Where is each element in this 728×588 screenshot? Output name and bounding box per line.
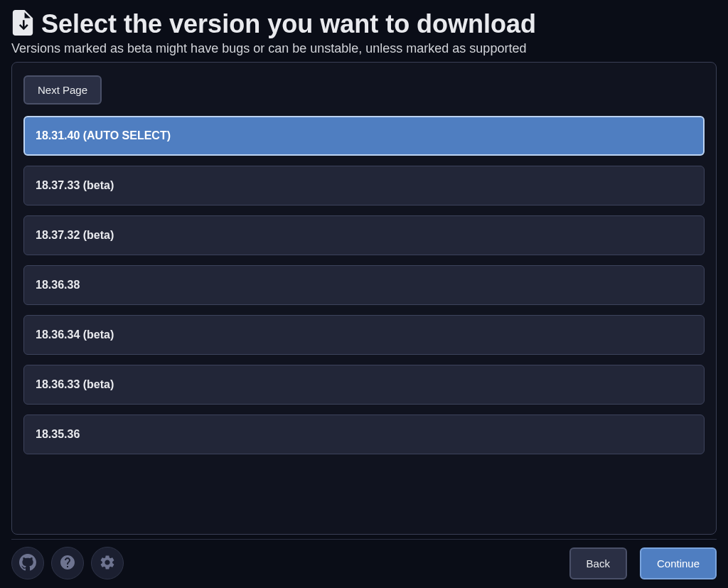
continue-button[interactable]: Continue (640, 547, 717, 579)
gear-icon (99, 554, 116, 573)
header: Select the version you want to download … (11, 10, 717, 56)
question-icon (59, 554, 76, 573)
page-title: Select the version you want to download (41, 10, 536, 38)
version-item[interactable]: 18.36.38 (23, 265, 705, 305)
page-subtitle: Versions marked as beta might have bugs … (11, 41, 717, 56)
back-button[interactable]: Back (569, 547, 627, 579)
version-item[interactable]: 18.35.36 (23, 415, 705, 454)
app-root: Select the version you want to download … (0, 0, 728, 588)
footer: Back Continue (11, 539, 717, 579)
footer-right: Back Continue (569, 547, 717, 579)
version-item[interactable]: 18.37.33 (beta) (23, 166, 705, 205)
help-button[interactable] (51, 547, 84, 579)
file-download-icon (11, 10, 34, 38)
next-page-button[interactable]: Next Page (23, 75, 102, 105)
version-item[interactable]: 18.37.32 (beta) (23, 215, 705, 255)
github-button[interactable] (11, 547, 44, 579)
version-item[interactable]: 18.36.33 (beta) (23, 365, 705, 405)
github-icon (19, 554, 36, 573)
version-item[interactable]: 18.31.40 (AUTO SELECT) (23, 116, 705, 156)
footer-left (11, 547, 124, 579)
version-item[interactable]: 18.36.34 (beta) (23, 315, 705, 355)
version-panel: Next Page 18.31.40 (AUTO SELECT)18.37.33… (11, 62, 717, 535)
title-row: Select the version you want to download (11, 10, 717, 38)
version-list: 18.31.40 (AUTO SELECT)18.37.33 (beta)18.… (23, 116, 705, 454)
settings-button[interactable] (91, 547, 124, 579)
